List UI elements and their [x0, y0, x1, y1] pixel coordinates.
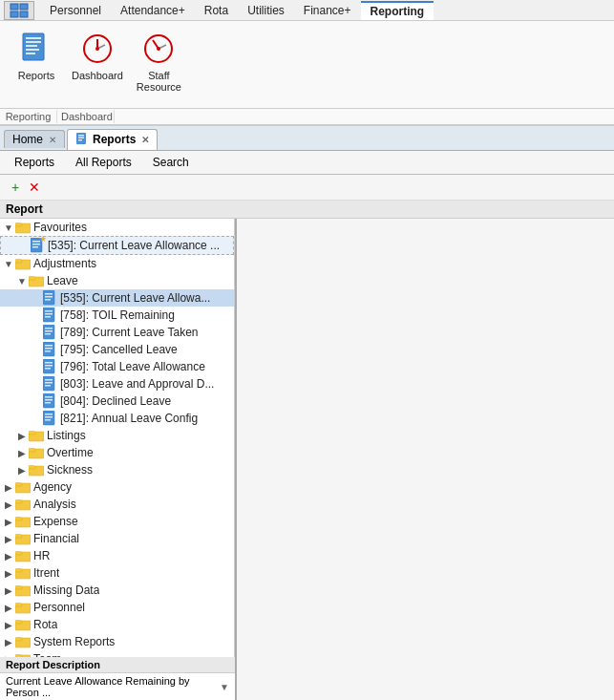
menu-finance[interactable]: Finance+: [294, 2, 361, 19]
icon-itrent: [15, 565, 31, 581]
tab-home-close[interactable]: ✕: [49, 135, 56, 145]
svg-rect-20: [78, 137, 84, 138]
menu-attendance[interactable]: Attendance+: [111, 2, 195, 19]
svg-rect-84: [15, 517, 21, 520]
add-button[interactable]: +: [6, 178, 25, 197]
subtab-search[interactable]: Search: [142, 153, 200, 172]
tree-node-hr[interactable]: ▶ HR: [0, 547, 234, 564]
tree-node-expense[interactable]: ▶ Expense: [0, 513, 234, 530]
label-analysis: Analysis: [33, 498, 76, 511]
svg-rect-60: [45, 396, 53, 398]
menu-utilities[interactable]: Utilities: [238, 2, 294, 19]
tree-node-agency[interactable]: ▶ Agency: [0, 478, 234, 496]
tree-node-r803[interactable]: [803]: Leave and Approval D...: [0, 375, 234, 392]
tab-home[interactable]: Home ✕: [4, 130, 65, 148]
svg-rect-2: [11, 11, 18, 17]
icon-r789: [42, 325, 57, 340]
tab-reports[interactable]: Reports ✕: [67, 129, 158, 150]
icon-fav-535: ★: [30, 238, 45, 253]
svg-rect-105: [15, 637, 21, 640]
tree-node-r758[interactable]: [758]: TOIL Remaining: [0, 307, 234, 324]
svg-rect-64: [45, 414, 53, 415]
svg-rect-24: [15, 223, 21, 225]
tree-node-system-reports[interactable]: ▶ System Reports: [0, 633, 234, 650]
svg-rect-40: [45, 310, 53, 312]
tree-node-r796[interactable]: [796]: Total Leave Allowance: [0, 358, 234, 375]
svg-rect-52: [45, 362, 53, 364]
tree-node-personnel[interactable]: ▶ Personnel: [0, 599, 234, 616]
svg-rect-72: [29, 448, 34, 451]
tree-node-r789[interactable]: [789]: Current Leave Taken: [0, 324, 234, 341]
tree-node-r795[interactable]: [795]: Cancelled Leave: [0, 341, 234, 358]
icon-r535: [42, 290, 57, 306]
tree-node-adjustments[interactable]: ▼ Adjustments: [0, 255, 234, 272]
ribbon-group-label-dashboard: Dashboard: [57, 110, 115, 123]
tab-reports-close[interactable]: ✕: [141, 135, 149, 145]
svg-rect-87: [15, 534, 21, 537]
svg-rect-34: [29, 276, 34, 279]
icon-r795: [42, 342, 57, 357]
tree-node-leave[interactable]: ▼ Leave: [0, 272, 234, 289]
svg-rect-5: [26, 37, 41, 39]
subtab-all-reports[interactable]: All Reports: [65, 153, 142, 172]
svg-rect-28: [32, 246, 38, 248]
svg-rect-31: [15, 259, 21, 262]
sub-tab-bar: Reports All Reports Search: [0, 151, 614, 175]
icon-agency: [15, 479, 31, 495]
menu-rota[interactable]: Rota: [195, 2, 238, 19]
tree-node-itrent[interactable]: ▶ Itrent: [0, 564, 234, 582]
svg-rect-8: [26, 49, 39, 51]
svg-rect-54: [45, 368, 51, 370]
menu-personnel[interactable]: Personnel: [40, 2, 111, 19]
icon-r796: [42, 359, 57, 374]
dashboard-button-label: Dashboard: [72, 70, 123, 81]
label-overtime: Overtime: [47, 446, 94, 459]
tree-node-r535[interactable]: [535]: Current Leave Allowa...: [0, 289, 234, 307]
icon-r821: [42, 411, 57, 426]
report-tree[interactable]: ▼ Favourites ★ [535]: Current Leave Allo…: [0, 219, 235, 657]
ribbon-dashboard-button[interactable]: Dashboard: [65, 25, 130, 86]
description-scroll-btn[interactable]: ▼: [220, 682, 229, 692]
icon-favourites: [15, 220, 31, 235]
label-missing-data: Missing Data: [33, 583, 99, 597]
icon-financial: [15, 531, 31, 546]
tree-node-missing-data[interactable]: ▶ Missing Data: [0, 582, 234, 599]
tree-node-listings[interactable]: ▶ Listings: [0, 427, 234, 444]
left-panel: ▼ Favourites ★ [535]: Current Leave Allo…: [0, 219, 237, 700]
tree-node-overtime[interactable]: ▶ Overtime: [0, 444, 234, 461]
delete-button[interactable]: ✕: [25, 178, 44, 197]
svg-rect-90: [15, 551, 21, 554]
tab-reports-icon: [75, 132, 89, 148]
tree-node-favourites[interactable]: ▼ Favourites: [0, 219, 234, 236]
tree-node-r804[interactable]: [804]: Declined Leave: [0, 392, 234, 410]
label-favourites: Favourites: [33, 221, 87, 234]
tree-node-rota[interactable]: ▶ Rota: [0, 616, 234, 633]
ribbon-reports-button[interactable]: Reports: [8, 25, 65, 86]
label-fav-535: [535]: Current Leave Allowance ...: [48, 239, 220, 252]
svg-rect-81: [15, 499, 21, 502]
svg-rect-44: [45, 328, 53, 329]
toolbar-row: + ✕: [0, 175, 614, 201]
dashboard-icon: [78, 30, 116, 68]
icon-system-reports: [15, 634, 31, 649]
tree-node-financial[interactable]: ▶ Financial: [0, 530, 234, 547]
icon-missing-data: [15, 583, 31, 598]
right-panel: [237, 219, 614, 700]
tree-node-team[interactable]: ▶ Team: [0, 650, 234, 657]
tree-node-sickness[interactable]: ▶ Sickness: [0, 461, 234, 478]
svg-rect-53: [45, 365, 53, 367]
label-r804: [804]: Declined Leave: [60, 394, 171, 408]
svg-rect-21: [78, 139, 82, 141]
app-icon[interactable]: [4, 1, 34, 20]
tree-node-fav-535[interactable]: ★ [535]: Current Leave Allowance ...: [0, 236, 234, 255]
menu-reporting[interactable]: Reporting: [361, 1, 434, 20]
ribbon-staff-resource-button[interactable]: StaffResource: [130, 25, 188, 97]
icon-overtime: [29, 445, 44, 460]
reports-icon: [17, 30, 55, 68]
description-section: Report Description Current Leave Allowan…: [0, 657, 235, 700]
svg-rect-46: [45, 333, 51, 335]
subtab-reports[interactable]: Reports: [4, 153, 65, 172]
description-content: Current Leave Allowance Remaining by Per…: [0, 673, 235, 700]
tree-node-r821[interactable]: [821]: Annual Leave Config: [0, 410, 234, 427]
tree-node-analysis[interactable]: ▶ Analysis: [0, 496, 234, 513]
